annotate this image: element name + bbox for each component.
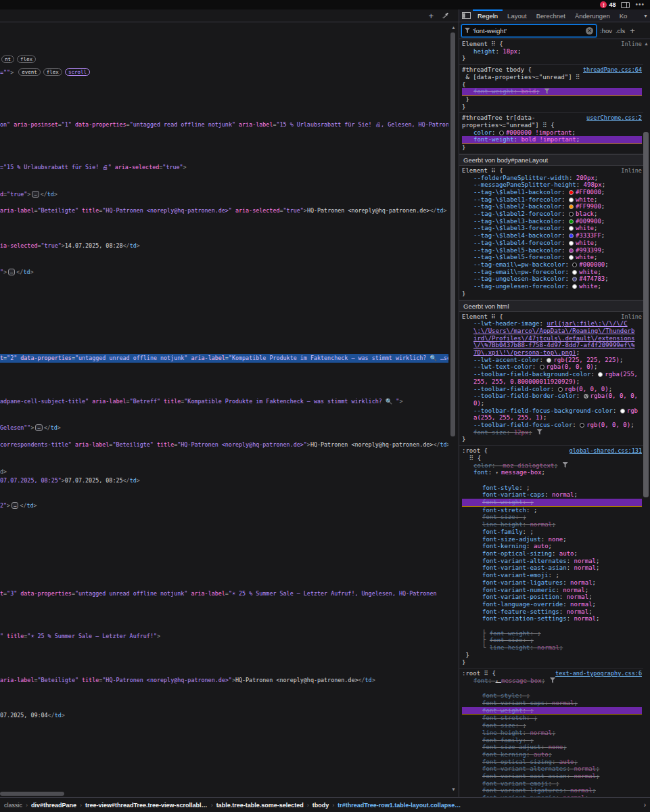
css-declaration[interactable]: --tag-\$label4-backcolor: #3333FF; xyxy=(462,232,642,240)
css-declaration[interactable]: font: ▾ message-box; xyxy=(462,677,642,685)
stylesheet-link[interactable]: userChrome.css:2 xyxy=(586,114,642,122)
tab-änderungen[interactable]: Änderungen xyxy=(570,9,615,22)
color-swatch[interactable] xyxy=(547,358,551,363)
css-declaration[interactable]: --tag-\$label1-backcolor: #FF0000; xyxy=(462,189,642,196)
filter-match-icon[interactable] xyxy=(550,677,555,683)
css-declaration[interactable]: ├ font-weight: ; xyxy=(462,630,642,637)
css-declaration[interactable]: --toolbar-field-focus-color: rgb(0, 0, 0… xyxy=(462,422,642,429)
css-declaration[interactable]: font-weight: bold !important; xyxy=(462,136,642,144)
css-declaration[interactable]: font-stretch: ; xyxy=(462,715,642,722)
css-declaration[interactable]: line-height: normal; xyxy=(462,521,642,528)
tab-ko[interactable]: Ko xyxy=(615,9,632,22)
markup-view[interactable]: ntflex=""> eventflexscrollon" aria-posin… xyxy=(0,22,448,797)
markup-line[interactable]: 07.2025, 09:04</td> xyxy=(0,711,448,720)
rule-selector[interactable]: :root ⠿ { xyxy=(462,670,553,677)
color-swatch[interactable] xyxy=(569,212,574,217)
css-declaration[interactable]: font-variant-ligatures: normal; xyxy=(462,787,642,794)
css-declaration[interactable]: font-size: ; xyxy=(462,722,642,729)
css-declaration[interactable]: --tag-\$label5-forecolor: white; xyxy=(462,254,642,261)
pseudo-class-button[interactable]: :hov xyxy=(600,27,612,35)
clear-filter-icon[interactable]: ✕ xyxy=(586,27,593,35)
css-declaration[interactable]: --lwt-accent-color: rgb(225, 225, 225); xyxy=(462,357,642,364)
css-declaration[interactable]: font-variant-caps: normal; xyxy=(462,700,642,707)
rules-view[interactable]: Element ⠿ {Inlineheight: 18px;}#threadTr… xyxy=(459,39,643,798)
tab-regeln[interactable]: Regeln xyxy=(473,9,503,22)
css-declaration[interactable]: font-variant-numeric: normal; xyxy=(462,587,642,594)
rules-vertical-scrollbar[interactable] xyxy=(643,132,649,497)
markup-line[interactable]: d="true">…</td> xyxy=(0,190,448,199)
css-declaration[interactable]: --toolbar-field-border-color: rgba(0, 0,… xyxy=(462,392,642,407)
markup-badge-event[interactable]: event xyxy=(18,68,41,76)
markup-line[interactable]: aria-label="Beteiligte" title="HQ-Patron… xyxy=(0,206,448,215)
css-declaration[interactable]: font-variant-emoji: ; xyxy=(462,780,642,788)
css-declaration[interactable]: --tag-\$label3-backcolor: #009900; xyxy=(462,218,642,225)
css-declaration[interactable]: ├ font-size: ; xyxy=(462,637,642,644)
css-declaration[interactable]: --tag-ungelesen-forecolor: white; xyxy=(462,283,642,290)
markup-line[interactable]: ">…</td> xyxy=(0,268,448,277)
css-declaration[interactable]: font-stretch: ; xyxy=(462,507,642,514)
css-declaration[interactable]: font-style: ; xyxy=(462,692,642,700)
css-declaration[interactable]: font: ▾ message-box; xyxy=(462,469,642,477)
css-declaration[interactable]: font-variation-settings: normal; xyxy=(462,615,642,623)
css-declaration[interactable]: --tag-\$label5-backcolor: #993399; xyxy=(462,247,642,254)
markup-line[interactable]: " title="☀ 25 % Summer Sale – Letzter Au… xyxy=(0,632,448,641)
breadcrumb-item[interactable]: tbody xyxy=(312,802,329,809)
breadcrumb-item[interactable]: tr#threadTree-row1.table-layout.collapse… xyxy=(338,802,461,809)
css-declaration[interactable]: font-weight: ; xyxy=(462,707,642,715)
css-declaration[interactable]: --lwt-text-color: rgba(0, 0, 0); xyxy=(462,363,642,371)
markup-vertical-scrollbar[interactable] xyxy=(450,32,455,436)
add-node-button[interactable]: + xyxy=(428,12,434,20)
markup-line[interactable]: d> xyxy=(0,468,448,476)
css-declaration[interactable]: --toolbar-field-background-color: rgba(2… xyxy=(462,371,642,385)
css-declaration[interactable]: font-feature-settings: normal; xyxy=(462,608,642,616)
css-declaration[interactable]: font-weight: ; xyxy=(462,499,642,507)
tab-layout[interactable]: Layout xyxy=(503,9,532,22)
css-declaration[interactable]: --folderPaneSplitter-width: 209px; xyxy=(462,175,642,182)
color-swatch[interactable] xyxy=(572,263,577,267)
tab-overflow-icon[interactable]: ▼ xyxy=(643,9,650,22)
css-declaration[interactable]: font-variant-east-asian: normal; xyxy=(462,773,642,780)
color-swatch[interactable] xyxy=(572,277,577,281)
css-declaration[interactable]: font-variant-alternates: normal; xyxy=(462,765,642,773)
css-declaration[interactable]: --tag-\$label2-forecolor: black; xyxy=(462,210,642,218)
breadcrumb-item[interactable]: div#threadPane xyxy=(31,802,76,809)
markup-badge-flex[interactable]: flex xyxy=(43,68,62,76)
markup-line[interactable]: correspondents-title" aria-label="Beteil… xyxy=(0,441,448,449)
rule-selector[interactable]: #threadTree tr[data- xyxy=(462,114,584,122)
css-declaration[interactable]: color: -moz-dialogtext; xyxy=(462,462,642,470)
rules-scroll-up-icon[interactable]: ▲ xyxy=(644,41,649,46)
breadcrumb-item[interactable]: table.tree-table.some-selected xyxy=(216,802,304,809)
css-declaration[interactable]: font-size: ; xyxy=(462,514,642,521)
markup-line[interactable]: adpane-cell-subject-title" aria-label="B… xyxy=(0,397,448,406)
css-declaration[interactable]: --lwt-header-image: url(jar\:file\:\/\/\… xyxy=(462,320,642,357)
css-declaration[interactable]: font-optical-sizing: auto; xyxy=(462,759,642,766)
css-declaration[interactable]: font-language-override: normal; xyxy=(462,601,642,608)
menu-icon[interactable]: ••• xyxy=(635,3,645,7)
markup-line[interactable]: ntflex xyxy=(0,55,448,64)
color-swatch[interactable] xyxy=(569,198,574,202)
rule-selector[interactable]: #threadTree tbody { xyxy=(462,66,580,74)
color-swatch[interactable] xyxy=(569,226,574,231)
markup-badge-nt[interactable]: nt xyxy=(1,55,14,63)
css-declaration[interactable]: --tag-email\=pw-forecolor: white; xyxy=(462,269,642,276)
css-declaration[interactable]: font-family: ; xyxy=(462,737,642,744)
scroll-up-icon[interactable]: ▲ xyxy=(451,25,456,30)
breadcrumb-overflow-icon[interactable]: › xyxy=(644,801,646,809)
css-declaration[interactable]: --tag-email\=pw-backcolor: #000000; xyxy=(462,261,642,269)
markup-line[interactable]: =""> eventflexscroll xyxy=(0,68,448,77)
filter-match-icon[interactable] xyxy=(544,88,550,94)
stylesheet-link[interactable]: global-shared.css:131 xyxy=(570,447,642,455)
color-swatch[interactable] xyxy=(569,219,574,224)
eyedropper-icon[interactable] xyxy=(442,12,449,20)
css-declaration[interactable]: └ line-height: normal; xyxy=(462,644,642,652)
css-declaration[interactable]: font-variant-emoji: ; xyxy=(462,572,642,579)
css-declaration[interactable]: --tag-\$label2-backcolor: #FF9900; xyxy=(462,203,642,210)
sidebar-toggle-icon[interactable] xyxy=(459,9,473,22)
markup-horizontal-scrollbar[interactable] xyxy=(0,792,64,796)
css-declaration[interactable]: --tag-\$label3-forecolor: white; xyxy=(462,225,642,232)
css-declaration[interactable]: font-variant-caps: normal; xyxy=(462,491,642,499)
css-declaration[interactable]: font-variant-east-asian: normal; xyxy=(462,564,642,572)
css-declaration[interactable]: font-variant-alternates: normal; xyxy=(462,558,642,565)
color-swatch[interactable] xyxy=(620,409,625,413)
css-declaration[interactable]: font-size: 12px; xyxy=(462,429,642,436)
